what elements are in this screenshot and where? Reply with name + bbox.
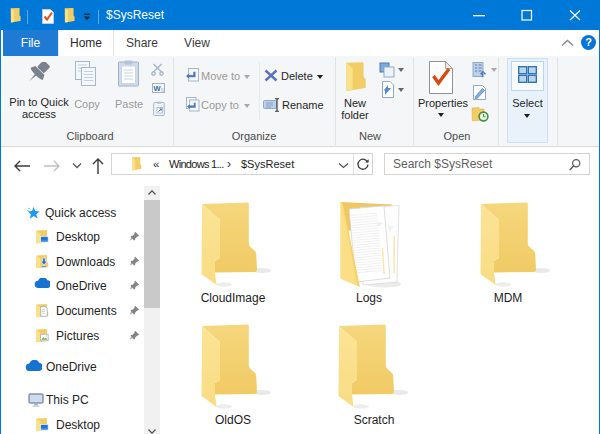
svg-text:W: W [154, 84, 162, 93]
